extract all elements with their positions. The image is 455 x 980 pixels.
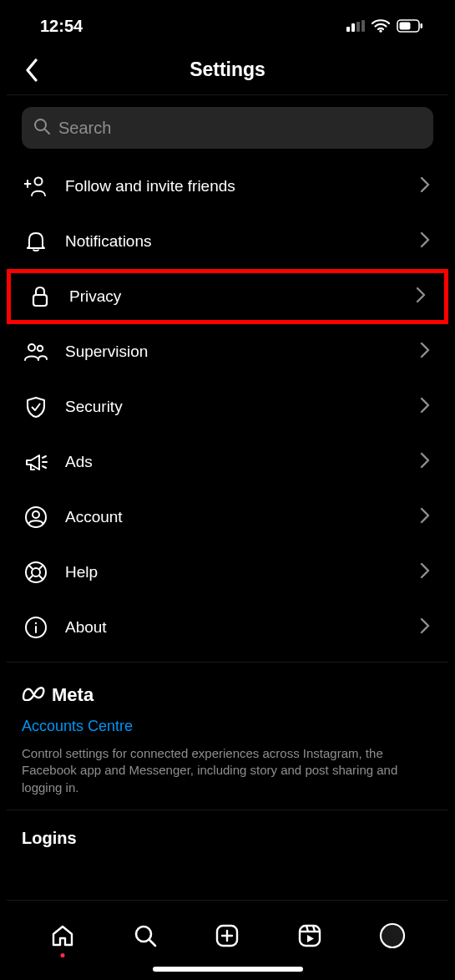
profile-avatar-icon [379,922,406,949]
chevron-right-icon [420,507,430,527]
bottom-nav [7,900,448,962]
meta-logo-icon [22,684,47,706]
svg-line-25 [28,576,33,580]
settings-list: Follow and invite friends Notifications [7,154,448,655]
home-icon [50,923,75,948]
svg-rect-7 [421,23,423,28]
chevron-right-icon [420,231,430,251]
row-privacy[interactable]: Privacy [7,269,448,324]
megaphone-icon [22,451,50,473]
chevron-right-icon [420,176,430,196]
svg-line-9 [45,129,49,134]
svg-rect-35 [300,926,320,946]
row-label: About [65,618,405,637]
svg-point-20 [33,511,39,518]
row-account[interactable]: Account [7,490,448,545]
row-follow-invite[interactable]: Follow and invite friends [7,159,448,214]
meta-brand: Meta [22,684,433,706]
search-field[interactable] [22,107,433,149]
chevron-right-icon [420,397,430,417]
svg-line-16 [43,456,46,458]
svg-point-8 [35,119,46,130]
page-title: Settings [190,58,265,81]
home-indicator[interactable] [153,967,303,972]
status-right [346,19,423,33]
back-button[interactable] [18,57,45,84]
row-supervision[interactable]: Supervision [7,324,448,379]
reels-icon [297,923,322,948]
svg-marker-39 [307,935,314,942]
svg-rect-0 [346,27,350,32]
svg-point-22 [32,568,40,576]
svg-line-23 [28,565,33,569]
logins-heading: Logins [7,810,448,873]
chevron-left-icon [24,58,39,82]
chevron-right-icon [420,562,430,582]
row-label: Account [65,508,405,526]
svg-point-15 [38,346,43,351]
svg-point-4 [379,30,382,33]
svg-point-10 [35,178,43,185]
nav-create[interactable] [212,921,242,951]
svg-rect-6 [400,23,411,30]
svg-line-18 [43,466,46,468]
people-icon [22,342,50,362]
home-notification-dot [61,953,65,957]
row-security[interactable]: Security [7,379,448,434]
svg-rect-1 [351,23,355,32]
svg-rect-3 [361,20,365,32]
cellular-icon [346,20,365,32]
search-input[interactable] [58,119,422,138]
svg-point-14 [28,344,35,351]
wifi-icon [372,19,390,33]
row-label: Ads [65,453,405,471]
chevron-right-icon [420,452,430,472]
chevron-right-icon [416,287,426,307]
svg-line-24 [39,565,43,569]
bell-icon [22,230,50,253]
row-about[interactable]: About [7,600,448,655]
row-label: Privacy [69,287,401,306]
battery-icon [397,19,423,33]
row-label: Supervision [65,343,405,361]
search-icon [133,923,158,948]
search-container [7,95,448,154]
lock-icon [26,285,54,308]
row-notifications[interactable]: Notifications [7,214,448,269]
svg-point-28 [35,622,37,624]
shield-icon [22,395,50,419]
row-label: Security [65,398,405,416]
svg-point-40 [381,924,404,947]
meta-description: Control settings for connected experienc… [22,745,433,796]
search-icon [33,118,50,138]
info-icon [22,616,50,639]
add-person-icon [22,175,50,197]
chevron-right-icon [420,342,430,362]
row-help[interactable]: Help [7,545,448,600]
accounts-centre-link[interactable]: Accounts Centre [22,718,433,735]
svg-line-26 [39,576,43,580]
lifebuoy-icon [22,561,50,584]
meta-brand-label: Meta [52,684,94,706]
status-time: 12:54 [40,17,83,36]
status-bar: 12:54 [7,0,448,45]
svg-line-31 [149,940,155,946]
nav-search[interactable] [130,921,160,951]
nav-home[interactable] [48,921,78,951]
row-label: Help [65,563,405,581]
chevron-right-icon [420,617,430,637]
nav-profile[interactable] [377,921,407,951]
svg-rect-2 [356,22,360,32]
header: Settings [7,45,448,95]
user-circle-icon [22,505,50,529]
plus-square-icon [215,923,240,948]
meta-section: Meta Accounts Centre Control settings fo… [7,662,448,810]
nav-reels[interactable] [295,921,325,951]
row-ads[interactable]: Ads [7,434,448,490]
svg-rect-13 [33,295,47,306]
row-label: Notifications [65,232,405,251]
row-label: Follow and invite friends [65,177,405,195]
